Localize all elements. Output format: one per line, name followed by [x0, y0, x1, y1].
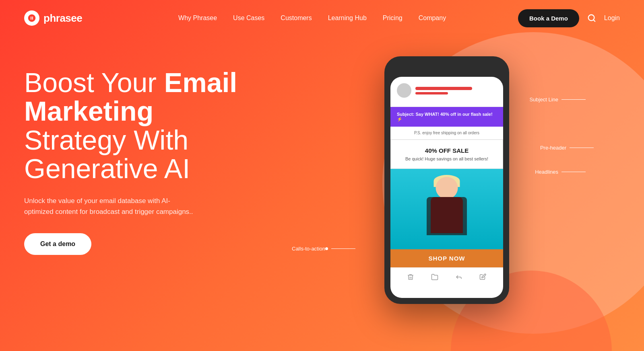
nav-link-learning-hub[interactable]: Learning Hub	[328, 14, 367, 22]
folder-icon	[430, 273, 439, 281]
reply-icon	[454, 273, 463, 281]
nav-actions: Book a Demo Login	[518, 9, 620, 27]
hero-title-line1: Boost Your	[24, 67, 164, 98]
preheader-text: P.S. enjoy free shipping on all orders	[414, 131, 479, 135]
logo-link[interactable]: phrasee	[24, 10, 82, 26]
annotation-cta-label: Calls-to-action	[292, 246, 325, 252]
phone-bottom-bar	[390, 267, 503, 286]
annotation-headlines: Headlines	[535, 169, 586, 175]
logo-icon	[24, 10, 39, 26]
cta-button-text: SHOP NOW	[428, 255, 465, 262]
hero-content-left: Boost Your Email Marketing Strategy With…	[24, 52, 246, 255]
annotation-preheader-label: Pre-header	[540, 145, 566, 151]
annotation-cta: Calls-to-action	[292, 246, 355, 252]
navbar: phrasee Why Phrasee Use Cases Customers …	[0, 0, 644, 36]
model-silhouette	[390, 169, 503, 249]
email-header	[390, 77, 503, 107]
cta-bar: SHOP NOW	[390, 249, 503, 267]
headline-main-text: 40% OFF SALE	[397, 147, 496, 154]
annotation-line-subject	[561, 99, 586, 100]
nav-link-why-phrasee[interactable]: Why Phrasee	[178, 14, 217, 22]
person-figure	[423, 177, 471, 249]
hero-subtitle: Unlock the value of your email database …	[24, 195, 193, 217]
hero-title-bold: Email	[164, 67, 237, 98]
hero-section: Boost Your Email Marketing Strategy With…	[0, 36, 644, 351]
annotation-line-preheader	[570, 148, 594, 148]
hero-title-marketing: Marketing	[24, 96, 153, 126]
nav-link-use-cases[interactable]: Use Cases	[233, 14, 264, 22]
email-avatar-row	[397, 83, 497, 98]
subject-banner: Subject: Say WHAT! 40% off in our flash …	[390, 107, 503, 127]
login-link[interactable]: Login	[604, 14, 620, 22]
subject-banner-text: Subject: Say WHAT! 40% off in our flash …	[397, 112, 497, 122]
phone-mockup-container: Subject Line Pre-header Headlines Calls-…	[384, 56, 513, 304]
annotation-subject-line: Subject Line	[529, 96, 586, 103]
search-icon	[587, 14, 596, 23]
person-jacket	[427, 197, 467, 235]
annotation-subject-label: Subject Line	[529, 96, 558, 103]
annotation-line-cta	[331, 248, 355, 249]
hero-title-strategy: Strategy With	[24, 125, 188, 155]
hero-title-ai: Generative AI	[24, 153, 190, 184]
annotation-dot-cta	[325, 247, 328, 250]
hero-title: Boost Your Email Marketing Strategy With…	[24, 68, 246, 183]
trash-icon	[406, 273, 415, 281]
nav-link-company[interactable]: Company	[419, 14, 446, 22]
email-lines	[415, 87, 497, 94]
headline-box: 40% OFF SALE Be quick! Huge savings on a…	[390, 140, 503, 169]
phone-notch	[427, 62, 467, 74]
svg-line-2	[593, 20, 595, 21]
nav-links: Why Phrasee Use Cases Customers Learning…	[106, 14, 518, 22]
email-line-2	[415, 92, 448, 94]
annotation-line-headlines	[561, 172, 586, 172]
book-demo-button[interactable]: Book a Demo	[518, 9, 579, 27]
logo-text: phrasee	[43, 12, 82, 25]
compose-icon	[479, 273, 487, 281]
preheader-row: P.S. enjoy free shipping on all orders	[390, 127, 503, 140]
headline-sub-text: Be quick! Huge savings on all best selle…	[397, 156, 496, 161]
phone-image-area	[390, 169, 503, 249]
phone-screen: Subject: Say WHAT! 40% off in our flash …	[390, 77, 503, 298]
hero-content-right: Subject Line Pre-header Headlines Calls-…	[246, 52, 620, 304]
search-button[interactable]	[587, 14, 596, 23]
annotation-headlines-label: Headlines	[535, 169, 558, 175]
annotation-preheader: Pre-header	[540, 145, 594, 151]
email-line-1	[415, 87, 472, 90]
nav-link-customers[interactable]: Customers	[281, 14, 312, 22]
email-avatar	[397, 83, 411, 98]
phone-device: Subject: Say WHAT! 40% off in our flash …	[384, 56, 509, 304]
person-head	[436, 177, 458, 199]
nav-link-pricing[interactable]: Pricing	[383, 14, 402, 22]
get-demo-button[interactable]: Get a demo	[24, 233, 91, 255]
